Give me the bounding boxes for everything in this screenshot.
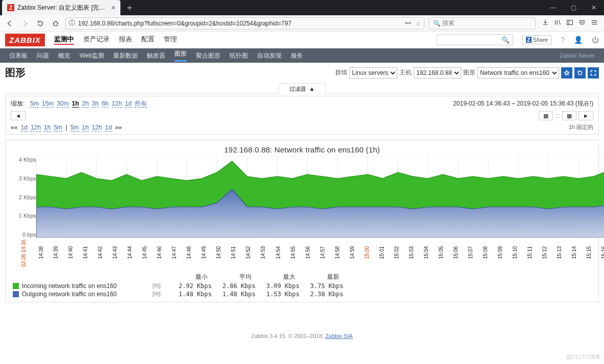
graph-select[interactable]: Network traffic on ens160 [477, 67, 559, 79]
shift-link[interactable]: 1d [21, 124, 28, 132]
zoom-link[interactable]: 1d [125, 100, 132, 108]
x-edge-start: 02-05 14:36 [21, 240, 27, 267]
nav-secondary-item[interactable]: 图形 [174, 49, 187, 62]
graph-label: 图形 [463, 68, 475, 77]
chart-plot[interactable] [36, 156, 604, 238]
nav-primary-item[interactable]: 管理 [164, 35, 177, 45]
shift-link[interactable]: 1h [44, 124, 51, 132]
info-icon[interactable]: ⓘ [69, 19, 75, 28]
forward-icon[interactable] [19, 18, 31, 29]
home-icon[interactable] [50, 18, 61, 29]
shift-link[interactable]: 5m [70, 124, 79, 132]
close-window-icon[interactable]: ✕ [584, 0, 604, 15]
back-icon[interactable] [4, 18, 15, 29]
browser-tab[interactable]: Z Zabbix Server: 自定义图表 [完… × [2, 0, 120, 15]
host-select[interactable]: 192.168.0.88 [414, 67, 461, 79]
more-icon[interactable]: ••• [405, 20, 411, 27]
reload-icon[interactable] [35, 18, 46, 29]
favorite-button[interactable] [561, 67, 572, 79]
footer-link[interactable]: Zabbix SIA [325, 333, 353, 339]
search-icon: 🔍 [433, 20, 441, 27]
shift-link[interactable]: 1h [82, 124, 89, 132]
shift-link[interactable]: 1d [105, 124, 112, 132]
chart-legend: 最小平均最大最新Incoming network traffic on ens1… [11, 267, 593, 300]
legend-series-name: Incoming network traffic on ens160 [22, 282, 149, 290]
legend-stat: 2.86 Kbps [215, 282, 256, 290]
zoom-links: 5m15m30m1h2h3h6h12h1d所有 [29, 99, 148, 108]
zoom-link[interactable]: 12h [112, 100, 122, 108]
page-title: 图形 [5, 66, 26, 80]
sidebar-icon[interactable] [566, 19, 573, 28]
group-select[interactable]: Linux servers [349, 67, 397, 79]
nav-secondary-item[interactable]: 服务 [291, 51, 303, 60]
menu-icon[interactable] [591, 19, 598, 28]
tab-title: Zabbix Server: 自定义图表 [完… [17, 4, 105, 12]
nav-secondary-item[interactable]: 聚合图形 [196, 51, 220, 60]
time-next-button[interactable]: ► [578, 111, 593, 120]
tab-favicon: Z [7, 4, 14, 11]
power-icon[interactable]: ⏻ [592, 36, 599, 44]
footer: Zabbix 3.4.15. © 2001–2018, Zabbix SIA [0, 307, 604, 344]
address-bar[interactable]: ⓘ 192.168.0.86/charts.php?fullscreen=0&g… [65, 17, 424, 30]
nav-secondary-item[interactable]: Web监测 [80, 51, 104, 60]
nav-secondary-item[interactable]: 仪表板 [9, 51, 28, 60]
legend-stat: 2.92 Kbps [171, 282, 212, 290]
download-icon[interactable] [542, 19, 549, 28]
x-axis: 14:3814:3914:4014:4114:4214:4314:4414:45… [36, 238, 604, 262]
library-icon[interactable] [554, 19, 561, 28]
minimize-icon[interactable]: — [543, 0, 563, 15]
time-filter-panel: 缩放: 5m15m30m1h2h3h6h12h1d所有 2019-02-05 1… [5, 96, 599, 135]
zoom-link[interactable]: 2h [82, 100, 89, 108]
calendar-from-button[interactable]: ▦ [539, 111, 553, 120]
nav-primary-item[interactable]: 配置 [141, 35, 155, 45]
nav-primary-item[interactable]: 报表 [119, 35, 132, 45]
zoom-link[interactable]: 15m [42, 100, 54, 108]
nav-secondary-item[interactable]: 最新数据 [113, 51, 138, 60]
filter-tab[interactable]: 过滤器 ▲ [279, 83, 325, 94]
shift-link[interactable]: 12h [31, 124, 41, 132]
nav-secondary-item[interactable]: 自动发现 [257, 51, 282, 60]
time-prev-button[interactable]: ◄ [11, 111, 26, 120]
nav-primary-item[interactable]: 资产记录 [83, 35, 110, 45]
zoom-label: 缩放: [11, 99, 24, 108]
browser-search[interactable]: 🔍 搜索 [429, 17, 536, 30]
zoom-link[interactable]: 3h [92, 100, 98, 108]
legend-swatch [13, 283, 19, 289]
nav-primary-item[interactable]: 监测中 [54, 35, 74, 45]
shift-link[interactable]: 12h [92, 124, 102, 132]
nav-secondary-item[interactable]: 概览 [58, 51, 70, 60]
nav-secondary-item[interactable]: 触发器 [147, 51, 165, 60]
star-icon[interactable]: ☆ [415, 20, 421, 27]
time-range-text: 2019-02-05 14:36:43 – 2019-02-05 15:36:4… [453, 99, 593, 108]
filter-tab-row: 过滤器 ▲ [5, 83, 599, 94]
browser-toolbar: ⓘ 192.168.0.86/charts.php?fullscreen=0&g… [0, 15, 604, 32]
interval-fixed-label: 1h 固定的 [569, 123, 593, 131]
calendar-to-button[interactable]: ▦ [562, 111, 576, 120]
tab-close-icon[interactable]: × [111, 4, 115, 12]
server-label: Zabbix Server [560, 53, 595, 59]
svg-rect-0 [567, 20, 573, 25]
host-label: 主机 [399, 68, 412, 77]
zoom-link[interactable]: 1h [72, 100, 79, 108]
filter-tab-label: 过滤器 [289, 85, 306, 93]
help-icon[interactable]: ? [561, 36, 565, 44]
nav-secondary-item[interactable]: 拓扑图 [230, 51, 248, 60]
zoom-link[interactable]: 30m [57, 100, 68, 108]
new-tab-button[interactable]: ＋ [125, 3, 134, 13]
legend-stat: 3.09 Kbps [259, 282, 299, 290]
refresh-button[interactable] [574, 67, 586, 79]
share-button[interactable]: ZShare [522, 35, 551, 44]
zoom-link[interactable]: 所有 [135, 100, 147, 108]
pocket-icon[interactable] [578, 19, 586, 28]
fullscreen-button[interactable] [588, 67, 599, 79]
zabbix-logo[interactable]: ZABBIX [5, 34, 45, 46]
shift-link[interactable]: 5m [54, 124, 62, 132]
legend-swatch [13, 291, 19, 297]
nav-secondary-item[interactable]: 问题 [37, 51, 49, 60]
user-icon[interactable]: 👤 [574, 36, 583, 44]
browser-tabstrip: Z Zabbix Server: 自定义图表 [完… × ＋ — ▢ ✕ [0, 0, 604, 15]
maximize-icon[interactable]: ▢ [563, 0, 584, 15]
zoom-link[interactable]: 6h [102, 100, 108, 108]
zoom-link[interactable]: 5m [30, 100, 39, 108]
zabbix-search[interactable]: 🔍 [437, 34, 513, 45]
